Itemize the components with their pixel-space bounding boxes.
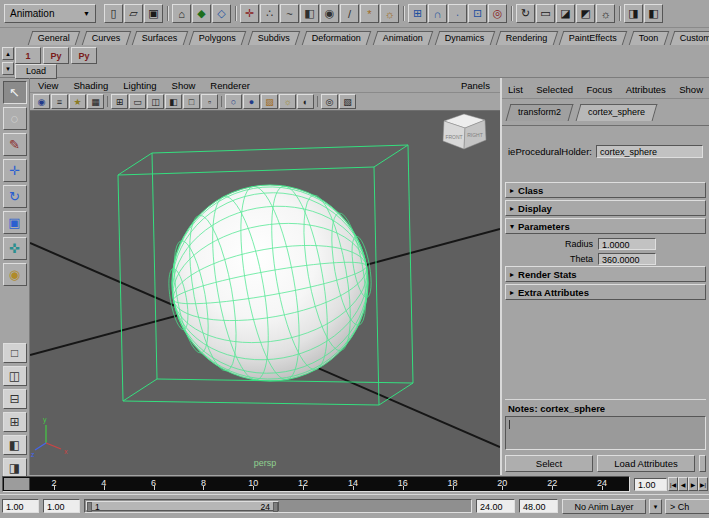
load-attributes-button[interactable]: Load Attributes (597, 455, 695, 472)
scale-tool[interactable]: ▣ (3, 211, 27, 234)
toolbar-icon[interactable] (508, 4, 515, 23)
parameter-value-field[interactable]: 1.0000 (598, 238, 656, 250)
make-live-icon[interactable]: ◎ (488, 4, 507, 23)
current-frame-indicator[interactable] (4, 478, 30, 490)
viewport-menu-shading[interactable]: Shading (73, 80, 108, 91)
range-slider-track[interactable]: 1 24 (84, 499, 472, 513)
open-render-view-icon[interactable]: ▭ (536, 4, 555, 23)
toolbar-icon[interactable] (400, 4, 407, 23)
snap-to-curve-icon[interactable]: ∩ (428, 4, 447, 23)
toolbar-icon[interactable] (616, 4, 623, 23)
four-pane-layout-button[interactable]: ⊞ (3, 412, 27, 432)
step-back-button[interactable]: ◀ (678, 477, 688, 491)
tab-cortex-sphere[interactable]: cortex_sphere (575, 104, 657, 121)
select-surfaces-mask-icon[interactable]: ◧ (300, 4, 319, 23)
range-end-handle[interactable] (273, 502, 278, 512)
select-dynamics-mask-icon[interactable]: * (360, 4, 379, 23)
playback-end-field[interactable]: 24.00 (476, 499, 515, 513)
range-start-handle[interactable] (87, 502, 92, 512)
select-camera-icon[interactable]: ◉ (33, 94, 50, 109)
shelf-tab[interactable]: Subdivs (248, 31, 301, 45)
shelf-tab[interactable]: General (28, 31, 81, 45)
playback-start-field[interactable]: 1.00 (43, 499, 80, 513)
section-render-stats[interactable]: ▸ Render Stats (505, 266, 706, 282)
shelf-tab[interactable]: Curves (82, 31, 131, 45)
viewport-icon[interactable] (219, 94, 224, 109)
shelf-tab[interactable]: Dynamics (434, 31, 494, 45)
shelf-tab[interactable]: Surfaces (132, 31, 188, 45)
snap-to-point-icon[interactable]: ∙ (448, 4, 467, 23)
select-deformations-mask-icon[interactable]: ◉ (320, 4, 339, 23)
bookmark-view-icon[interactable]: ★ (69, 94, 86, 109)
soft-mod-tool[interactable]: ◉ (3, 263, 27, 286)
select-tool[interactable]: ↖ (3, 81, 27, 104)
character-set-menu-partial[interactable]: > Ch (665, 499, 709, 514)
select-button[interactable]: Select (505, 455, 593, 472)
shelf-tab[interactable]: Rendering (496, 31, 558, 45)
toggle-help-line-icon[interactable]: ◧ (644, 4, 663, 23)
gate-mask-icon[interactable]: ◧ (165, 94, 182, 109)
paint-select-tool[interactable]: ✎ (3, 133, 27, 156)
two-pane-side-by-side-layout-button[interactable]: ◫ (3, 366, 27, 386)
image-plane-icon[interactable]: ▦ (87, 94, 104, 109)
notes-textarea[interactable] (505, 416, 706, 450)
isolate-select-icon[interactable]: ◎ (321, 94, 338, 109)
save-scene-icon[interactable]: ▣ (144, 4, 163, 23)
ipr-render-icon[interactable]: ◩ (576, 4, 595, 23)
wireframe-display-icon[interactable]: ○ (225, 94, 242, 109)
shelf-tab[interactable]: Custom (670, 31, 709, 45)
ae-menu-attributes[interactable]: Attributes (626, 84, 666, 95)
section-class[interactable]: ▸ Class (505, 182, 706, 198)
load-shelf-button[interactable]: Load (15, 64, 57, 79)
toolbar-icon[interactable] (164, 4, 171, 23)
persp-outliner-layout-button[interactable]: ◧ (3, 435, 27, 455)
select-curves-mask-icon[interactable]: ~ (280, 4, 299, 23)
shelf-tab[interactable]: PaintEffects (559, 31, 627, 45)
select-by-component-icon[interactable]: ◇ (212, 4, 231, 23)
snap-to-view-plane-icon[interactable]: ⊡ (468, 4, 487, 23)
go-to-end-button[interactable]: ▶| (698, 477, 708, 491)
view-cube[interactable]: FRONT RIGHT (443, 114, 486, 149)
safe-action-icon[interactable]: □ (183, 94, 200, 109)
ae-menu-list[interactable]: List (508, 84, 523, 95)
rotate-tool[interactable]: ↻ (3, 185, 27, 208)
section-display[interactable]: ▸ Display (505, 200, 706, 216)
copy-tab-button-partial[interactable] (699, 455, 706, 472)
camera-attributes-icon[interactable]: ≡ (51, 94, 68, 109)
shelf-tab[interactable]: Polygons (189, 31, 247, 45)
parameter-value-field[interactable]: 360.0000 (598, 253, 656, 265)
menu-set-dropdown[interactable]: Animation ▼ (4, 4, 96, 23)
viewport-menu-renderer[interactable]: Renderer (210, 80, 250, 91)
shelf-scroll-down-button[interactable]: ▾ (2, 62, 14, 75)
new-scene-icon[interactable]: ▯ (104, 4, 123, 23)
animation-start-field[interactable]: 1.00 (2, 499, 39, 513)
ae-menu-selected[interactable]: Selected (536, 84, 573, 95)
toolbar-icon[interactable] (232, 4, 239, 23)
ae-menu-show[interactable]: Show (679, 84, 703, 95)
select-by-hierarchy-icon[interactable]: ⌂ (172, 4, 191, 23)
toggle-input-field-icon[interactable]: ◨ (624, 4, 643, 23)
select-rendering-mask-icon[interactable]: ☼ (380, 4, 399, 23)
range-slider-bar[interactable]: 1 24 (86, 501, 279, 511)
shelf-tab[interactable]: Deformation (302, 31, 372, 45)
viewport-menu-view[interactable]: View (38, 80, 58, 91)
snap-to-grid-icon[interactable]: ⊞ (408, 4, 427, 23)
go-to-start-button[interactable]: |◀ (668, 477, 678, 491)
xray-display-icon[interactable]: ▧ (339, 94, 356, 109)
textured-display-icon[interactable]: ▨ (261, 94, 278, 109)
viewport-icon[interactable] (315, 94, 320, 109)
use-all-lights-icon[interactable]: ☼ (279, 94, 296, 109)
animation-end-field[interactable]: 48.00 (519, 499, 558, 513)
select-points-mask-icon[interactable]: ∴ (260, 4, 279, 23)
select-by-object-icon[interactable]: ◆ (192, 4, 211, 23)
universal-manipulator-tool[interactable]: ✜ (3, 237, 27, 260)
lasso-tool[interactable]: ◌ (3, 107, 27, 130)
viewport-icon[interactable] (105, 94, 110, 109)
anim-layer-dropdown[interactable]: No Anim Layer (562, 499, 646, 514)
play-forward-button[interactable]: ▶ (688, 477, 698, 491)
render-current-frame-icon[interactable]: ◪ (556, 4, 575, 23)
shelf-tab[interactable]: Animation (373, 31, 434, 45)
section-parameters[interactable]: ▾ Parameters (505, 218, 706, 234)
grid-toggle-icon[interactable]: ⊞ (111, 94, 128, 109)
shelf-item-py-2[interactable]: Py (71, 47, 97, 64)
